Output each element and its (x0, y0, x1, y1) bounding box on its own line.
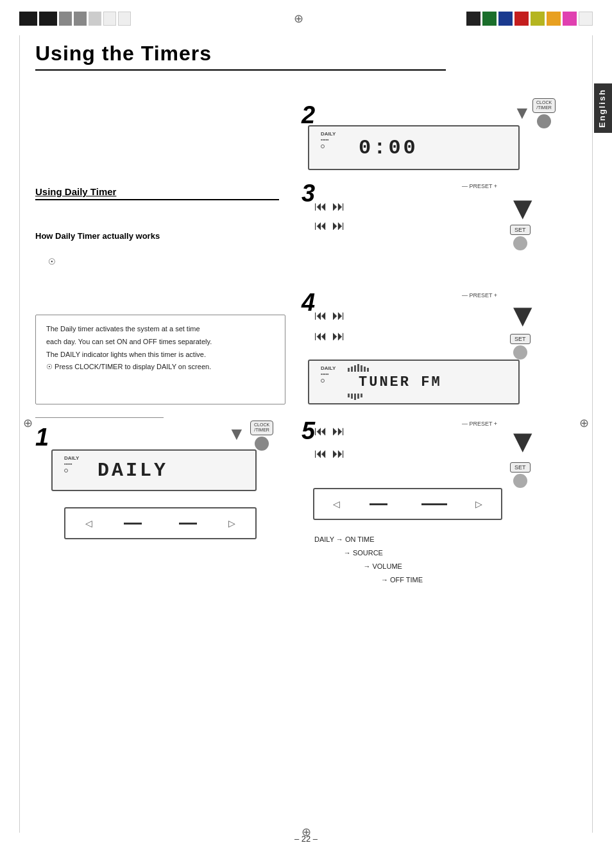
color-swatch-blue (498, 12, 513, 26)
step3-skip-fwd1[interactable]: ⏭ (332, 199, 345, 214)
clock-timer-circle-icon (255, 437, 269, 451)
step3-set-label: SET (510, 225, 531, 235)
step5-skip-pair2: ⏮ ⏭ (314, 446, 345, 461)
step5-skip-fwd2[interactable]: ⏭ (332, 446, 345, 461)
step4-skip-back2[interactable]: ⏮ (314, 329, 327, 343)
step4-number: 4 (302, 289, 315, 317)
step5-number: 5 (302, 417, 315, 445)
step5-set-button[interactable]: SET (510, 462, 531, 488)
bar-right (466, 12, 593, 26)
step3-number: 3 (302, 180, 315, 207)
light-gray-swatch (89, 12, 101, 26)
sel-arrow-left: ◁ (85, 518, 92, 528)
step4-skip-row2: ⏮ ⏭ (314, 329, 345, 343)
color-swatch-orange (547, 12, 561, 26)
step3-skip-pair2: ⏮ ⏭ (314, 218, 345, 233)
step2-clock-timer-button[interactable]: CLOCK/TIMER (532, 98, 556, 128)
color-swatch-red (514, 12, 529, 26)
gray-swatch (59, 12, 72, 26)
step2-daily-label: DAILY▪▪▪▪▪ (321, 132, 336, 143)
step1-lcd-display: DAILY▪▪▪▪▪ DAILY (51, 449, 257, 491)
step3-skip-back1[interactable]: ⏮ (314, 199, 327, 214)
black-swatch (19, 12, 37, 26)
step3-skip-pair1: ⏮ ⏭ (314, 199, 345, 214)
step2-clock-timer-circle-icon (537, 114, 551, 128)
step1-selection-box: ◁ ▷ (64, 507, 257, 539)
step5-set-label: SET (510, 462, 531, 473)
step3-skip-fwd2[interactable]: ⏭ (332, 218, 345, 233)
step5-sel-arrow-right: ▷ (475, 499, 482, 509)
title-underline (35, 69, 446, 71)
step4-set-button[interactable]: SET (510, 334, 531, 360)
step4-skip-pair2: ⏮ ⏭ (314, 329, 345, 343)
color-swatch-pink (563, 12, 577, 26)
step4-set-label: SET (510, 334, 531, 344)
step4-set-circle-icon (513, 345, 527, 360)
step1-number: 1 (35, 424, 49, 451)
step3-skip-row2: ⏮ ⏭ (314, 218, 345, 233)
right-border-line (592, 35, 593, 833)
daily-label-small: DAILY▪▪▪▪▪ (64, 456, 79, 467)
color-swatch-black (466, 12, 480, 26)
bar-left (19, 12, 131, 26)
step4-skip-back1[interactable]: ⏮ (314, 308, 327, 323)
left-crosshair-icon: ⊕ (23, 416, 33, 430)
black-swatch2 (39, 12, 57, 26)
language-tab: English (594, 83, 612, 133)
step5-sel-arrow-left: ◁ (333, 499, 340, 509)
step4-daily-label: DAILY▪▪▪▪▪ (321, 366, 336, 378)
how-daily-timer-title: How Daily Timer actually works (35, 231, 160, 241)
step4-skip-pair1: ⏮ ⏭ (314, 308, 345, 323)
step5-dash2 (421, 503, 447, 505)
top-color-bar: ⊕ (0, 12, 612, 26)
info-line-1: The Daily timer activates the system at … (46, 323, 275, 374)
step2-lcd-display: DAILY▪▪▪▪▪ 0:00 (308, 125, 520, 170)
sel-arrow-right: ▷ (228, 518, 235, 528)
white-swatch (103, 12, 116, 26)
using-daily-timer-title: Using Daily Timer (35, 186, 116, 197)
gray-swatch2 (74, 12, 87, 26)
note-circle-icon: ☉ (48, 257, 56, 266)
step4-skip-row1: ⏮ ⏭ (314, 308, 345, 323)
section-underline (35, 199, 279, 200)
color-swatch-white (579, 12, 593, 26)
step5-skip-row2: ⏮ ⏭ (314, 427, 345, 461)
step5-selection-box: ◁ ▷ (313, 488, 502, 520)
step5-big-arrow: ▼ (507, 422, 539, 460)
step5-flow-text: DAILY → ON TIME → SOURCE → VOLUME → OFF … (314, 533, 423, 587)
step3-set-circle-icon (513, 236, 527, 250)
sel-dash-1 (124, 523, 142, 525)
step3-preset-label: — PRESET + (462, 183, 497, 189)
step2-daily-led (321, 144, 325, 148)
step2-clock-timer-label: CLOCK/TIMER (532, 98, 556, 113)
step1-line (35, 417, 164, 418)
step4-lcd-tuner: DAILY▪▪▪▪▪ TUNER FM (308, 360, 520, 404)
step5-set-circle-icon (513, 474, 527, 488)
signal-bars-bottom (348, 394, 362, 400)
step1-arrow-down: ▼ (228, 424, 246, 444)
step4-skip-fwd1[interactable]: ⏭ (332, 308, 345, 323)
step5-skip-back2[interactable]: ⏮ (314, 446, 327, 461)
sel-dash-2 (179, 523, 197, 525)
step3-set-button[interactable]: SET (510, 225, 531, 250)
step2-time-display: 0:00 (359, 136, 418, 160)
top-crosshair: ⊕ (294, 12, 303, 26)
step2-arrow-down: ▼ (513, 103, 531, 123)
step4-big-arrow: ▼ (507, 297, 539, 334)
step1-daily-text: DAILY (98, 460, 168, 482)
step3-big-arrow: ▼ (507, 189, 539, 227)
daily-led (64, 469, 68, 473)
color-swatch-green (482, 12, 497, 26)
step4-daily-led (321, 379, 325, 383)
color-swatch-yellow (531, 12, 545, 26)
step5-preset-label: — PRESET + (462, 421, 497, 427)
step3-skip-row1: ⏮ ⏭ (314, 199, 345, 214)
step4-tuner-text: TUNER FM (359, 374, 442, 390)
step4-skip-fwd2[interactable]: ⏭ (332, 329, 345, 343)
left-border-line (19, 35, 20, 833)
step5-dash1 (370, 503, 387, 505)
info-box: The Daily timer activates the system at … (35, 315, 285, 404)
step1-clock-timer-button[interactable]: CLOCK/TIMER (250, 421, 273, 451)
step3-skip-back2[interactable]: ⏮ (314, 218, 327, 233)
white-swatch2 (118, 12, 131, 26)
